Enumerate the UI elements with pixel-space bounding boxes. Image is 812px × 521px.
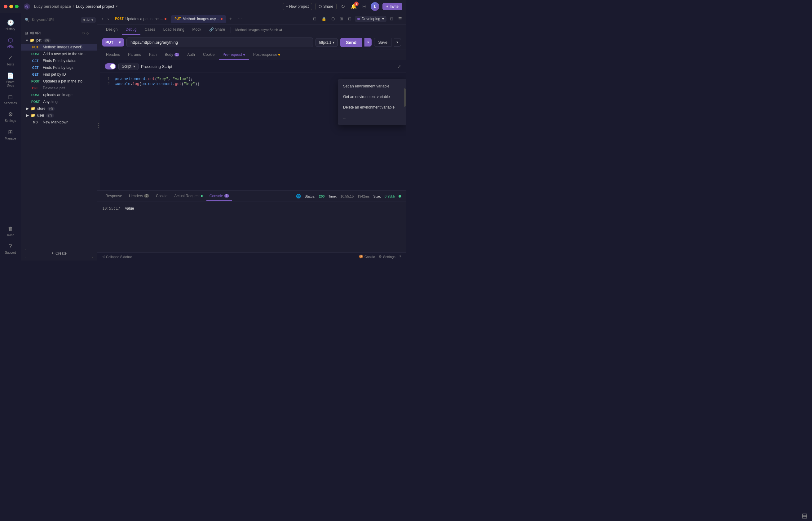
close-button[interactable] xyxy=(4,5,7,8)
maximize-button[interactable] xyxy=(15,5,19,8)
help-button[interactable]: ? xyxy=(399,255,401,258)
sidebar-item-manage[interactable]: ⊞ Manage xyxy=(2,126,19,143)
req-tab-params[interactable]: Params xyxy=(124,50,144,60)
context-menu-scrollbar[interactable] xyxy=(404,79,406,125)
app-logo-icon: ⊛ xyxy=(24,3,30,10)
req-tab-pre-request[interactable]: Pre-request xyxy=(219,50,249,60)
invite-button[interactable]: + Invite xyxy=(382,3,402,10)
folder-pet[interactable]: ▾ 📁 pet (9) xyxy=(21,37,97,44)
tab-put-method[interactable]: PUT Method: images.asy... xyxy=(171,15,226,23)
collapse-sidebar-button[interactable]: ◁ Collapse Sidebar xyxy=(102,255,132,258)
section-more-icon[interactable]: ⋯ xyxy=(90,31,93,35)
sidebar-item-apis[interactable]: ⬡ APIs xyxy=(2,35,19,51)
folder-user[interactable]: ▶ 📁 user (7) xyxy=(21,112,97,119)
req-tab-auth[interactable]: Auth xyxy=(184,50,199,60)
more-options-icon[interactable]: ☰ xyxy=(397,16,404,22)
sidebar-label-schemas: Schemas xyxy=(4,101,17,105)
folder-icon: 📁 xyxy=(30,38,34,43)
bottom-tab-headers[interactable]: Headers 7 xyxy=(126,192,152,201)
tab-next-button[interactable]: › xyxy=(106,16,111,22)
tab-post-updates[interactable]: POST Updates a pet in the ... xyxy=(111,15,170,23)
all-api-section[interactable]: ⊟ All API ↻ ◇ ⋯ xyxy=(21,29,97,37)
context-menu-item-set-env[interactable]: Set an environment variable xyxy=(338,81,406,91)
expand-editor-button[interactable]: ⤢ xyxy=(397,64,401,69)
avatar[interactable]: L xyxy=(371,2,379,11)
method-selector[interactable]: PUT ▾ xyxy=(102,38,124,47)
sub-tab-share[interactable]: 🔗 Share xyxy=(206,25,229,35)
api-item-post-add-pet[interactable]: POST Add a new pet to the sto... xyxy=(21,50,97,58)
new-project-button[interactable]: + New project xyxy=(283,3,312,10)
script-toggle[interactable] xyxy=(105,63,116,69)
section-lock-icon[interactable]: ◇ xyxy=(86,31,89,35)
api-item-post-upload[interactable]: POST uploads an image xyxy=(21,91,97,98)
project-chevron-icon[interactable]: ▾ xyxy=(116,4,118,8)
tab-prev-button[interactable]: ‹ xyxy=(100,16,105,22)
sub-tab-load-testing[interactable]: Load Testing xyxy=(160,25,188,35)
env-selector[interactable]: Developing ▾ xyxy=(355,16,386,22)
context-menu-item-delete-env[interactable]: Delete an environment variable xyxy=(338,102,406,113)
time-value: 10:55:15 xyxy=(341,195,354,198)
search-input[interactable] xyxy=(32,18,78,22)
context-menu-item-more[interactable]: ... xyxy=(338,113,406,123)
copy-icon[interactable]: ⊞ xyxy=(338,16,344,22)
tests-icon: ✓ xyxy=(8,54,13,62)
tab-more-button[interactable]: ⋯ xyxy=(235,15,244,23)
sidebar-item-settings[interactable]: ⚙ Settings xyxy=(2,109,19,125)
monitor-button[interactable]: ⊟ xyxy=(361,2,367,10)
lock-icon[interactable]: 🔒 xyxy=(320,16,328,22)
req-tab-path[interactable]: Path xyxy=(145,50,161,60)
sidebar-item-share-docs[interactable]: 📄 Share Docs xyxy=(2,70,19,90)
share-header-button[interactable]: ⬡ Share xyxy=(315,3,337,10)
api-item-del-pet[interactable]: DEL Deletes a pet xyxy=(21,85,97,91)
api-item-post-anything[interactable]: POST Anything xyxy=(21,98,97,105)
url-input[interactable] xyxy=(126,38,313,47)
script-type-selector[interactable]: Script ▾ xyxy=(118,63,139,70)
share-icon-btn[interactable]: ⬡ xyxy=(330,16,336,22)
api-item-get-find-by-id[interactable]: GET Find pet by ID xyxy=(21,71,97,78)
http-version-selector[interactable]: http/1.1 ▾ xyxy=(315,38,338,47)
section-refresh-icon[interactable]: ↻ xyxy=(82,31,85,35)
expand-icon[interactable]: ⊡ xyxy=(347,16,353,22)
sub-tab-debug[interactable]: Debug xyxy=(122,25,140,35)
folder-store[interactable]: ▶ 📁 store (4) xyxy=(21,105,97,112)
layout-icon[interactable]: ⊟ xyxy=(388,16,395,22)
cookie-button[interactable]: 🍪 Cookie xyxy=(359,255,375,258)
save-dropdown-button[interactable]: ▾ xyxy=(394,38,401,47)
notification-button[interactable]: 🔔 5 xyxy=(349,2,358,10)
sidebar-item-support[interactable]: ? Support xyxy=(2,241,19,257)
env-settings-icon[interactable]: ⊟ xyxy=(311,16,318,22)
tab-add-button[interactable]: + xyxy=(227,15,235,23)
filter-dropdown[interactable]: All ▾ xyxy=(81,17,96,23)
api-item-get-finds-by-status[interactable]: GET Finds Pets by status xyxy=(21,58,97,64)
context-menu-item-get-env[interactable]: Get an environment variable xyxy=(338,91,406,102)
refresh-button[interactable]: ↻ xyxy=(340,2,346,10)
settings-bottom-button[interactable]: ⚙ Settings xyxy=(379,255,396,258)
send-button[interactable]: Send xyxy=(340,38,362,47)
req-tab-post-response[interactable]: Post-response xyxy=(249,50,284,60)
req-tab-headers[interactable]: Headers xyxy=(102,50,124,60)
send-dropdown-button[interactable]: ▾ xyxy=(364,38,372,47)
minimize-button[interactable] xyxy=(9,5,13,8)
sub-tab-mock[interactable]: Mock xyxy=(189,25,205,35)
api-item-put-method[interactable]: PUT Method: images.asyncB... xyxy=(21,44,97,50)
sidebar-item-tests[interactable]: ✓ Tests xyxy=(2,52,19,69)
api-item-post-update-pet[interactable]: POST Updates a pet in the sto... xyxy=(21,78,97,85)
save-button[interactable]: Save xyxy=(374,38,391,47)
sidebar-item-trash[interactable]: 🗑 Trash xyxy=(2,223,19,240)
bottom-tab-response[interactable]: Response xyxy=(102,192,125,201)
api-item-markdown[interactable]: MD New Markdown xyxy=(21,119,97,126)
req-tab-cookie[interactable]: Cookie xyxy=(199,50,218,60)
bottom-tab-cookie[interactable]: Cookie xyxy=(153,192,170,201)
create-button[interactable]: + Create xyxy=(25,249,93,258)
api-item-get-finds-by-tags[interactable]: GET Finds Pets by tags xyxy=(21,64,97,71)
sub-tab-design[interactable]: Design xyxy=(102,25,121,35)
sidebar-item-history[interactable]: 🕐 History xyxy=(2,17,19,33)
sub-tab-cases[interactable]: Cases xyxy=(141,25,159,35)
bottom-tab-console[interactable]: Console 1 xyxy=(207,192,233,201)
bottom-tab-actual-request[interactable]: Actual Request xyxy=(171,192,206,201)
drag-handle[interactable] xyxy=(97,60,100,190)
method-badge-del: DEL xyxy=(30,86,41,90)
scrollbar-thumb[interactable] xyxy=(404,88,406,107)
sidebar-item-schemas[interactable]: ◻ Schemas xyxy=(2,91,19,107)
req-tab-body[interactable]: Body 1 xyxy=(161,50,183,60)
